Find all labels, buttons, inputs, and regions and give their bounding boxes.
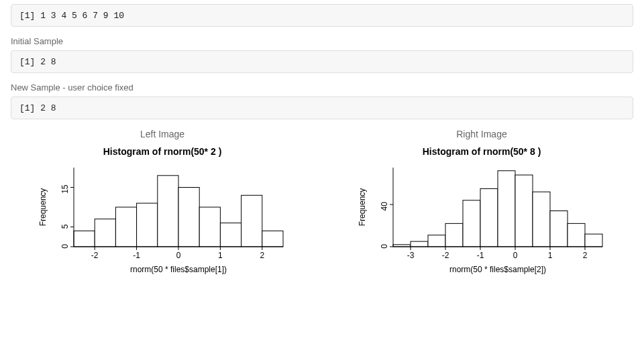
x-tick-label: -2: [91, 251, 99, 260]
left-panel-title: Left Image: [11, 129, 314, 139]
right-panel: Right Image Histogram of rnorm(50* 8 ) -…: [330, 129, 633, 301]
left-panel: Left Image Histogram of rnorm(50* 2 ) -2…: [11, 129, 314, 301]
histogram-bar: [220, 223, 241, 247]
x-tick-label: 2: [583, 251, 588, 260]
histogram-bar: [158, 176, 178, 247]
page-root: [1] 1 3 4 5 6 7 9 10 Initial Sample [1] …: [0, 4, 644, 317]
histogram-bar: [199, 207, 220, 247]
vector-output-text: [1] 1 3 4 5 6 7 9 10: [19, 11, 124, 21]
histogram-bar: [241, 195, 262, 247]
vector-output-well: [1] 1 3 4 5 6 7 9 10: [11, 4, 633, 27]
histogram-bar: [463, 200, 480, 247]
histogram-bar: [498, 171, 515, 247]
x-axis-label: rnorm(50 * files$sample[2]): [449, 265, 546, 274]
x-tick-label: 0: [176, 251, 181, 260]
histogram-bar: [137, 203, 158, 247]
right-chart-title: Histogram of rnorm(50* 8 ): [330, 146, 633, 157]
new-sample-output: [1] 2 8: [19, 103, 56, 113]
chart-row: Left Image Histogram of rnorm(50* 2 ) -2…: [11, 129, 633, 301]
x-tick-label: -1: [133, 251, 140, 260]
left-chart-wrap: -2-10120515rnorm(50 * files$sample[1])Fr…: [11, 164, 314, 301]
left-histogram: -2-10120515rnorm(50 * files$sample[1])Fr…: [35, 164, 290, 278]
right-panel-title: Right Image: [330, 129, 633, 139]
histogram-bar: [568, 223, 585, 247]
y-axis-label: Frequency: [358, 188, 367, 227]
histogram-bar: [262, 231, 283, 247]
initial-sample-well: [1] 2 8: [11, 50, 633, 73]
x-axis-label: rnorm(50 * files$sample[1]): [130, 265, 227, 274]
histogram-bar: [550, 211, 568, 247]
histogram-bar: [178, 188, 199, 247]
x-tick-label: -1: [477, 251, 484, 260]
x-tick-label: 1: [218, 251, 223, 260]
left-chart-title: Histogram of rnorm(50* 2 ): [11, 146, 314, 157]
x-tick-label: 2: [260, 251, 264, 260]
x-tick-label: 1: [548, 251, 553, 260]
y-tick-label: 15: [60, 184, 70, 194]
right-histogram: -3-2-1012040rnorm(50 * files$sample[2])F…: [354, 164, 609, 278]
y-tick-label: 0: [380, 244, 389, 249]
histogram-bar: [428, 235, 445, 247]
y-tick-label: 5: [60, 224, 70, 229]
histogram-bar: [445, 223, 463, 247]
histogram-bar: [533, 192, 550, 247]
x-tick-label: 0: [513, 251, 518, 260]
initial-sample-label: Initial Sample: [11, 36, 633, 46]
x-tick-label: -2: [442, 251, 449, 260]
x-tick-label: -3: [407, 251, 415, 260]
y-tick-label: 0: [60, 244, 70, 249]
histogram-bar: [95, 219, 115, 247]
right-chart-wrap: -3-2-1012040rnorm(50 * files$sample[2])F…: [330, 164, 633, 301]
histogram-bar: [515, 175, 533, 247]
histogram-bar: [411, 241, 428, 247]
new-sample-well: [1] 2 8: [11, 97, 633, 119]
initial-sample-output: [1] 2 8: [19, 57, 56, 67]
y-axis-label: Frequency: [38, 188, 48, 227]
y-tick-label: 40: [380, 202, 389, 211]
histogram-bar: [585, 234, 602, 247]
histogram-bar: [480, 188, 498, 247]
histogram-bar: [115, 207, 136, 247]
new-sample-label: New Sample - user choice fixed: [11, 82, 633, 93]
histogram-bar: [74, 231, 95, 247]
